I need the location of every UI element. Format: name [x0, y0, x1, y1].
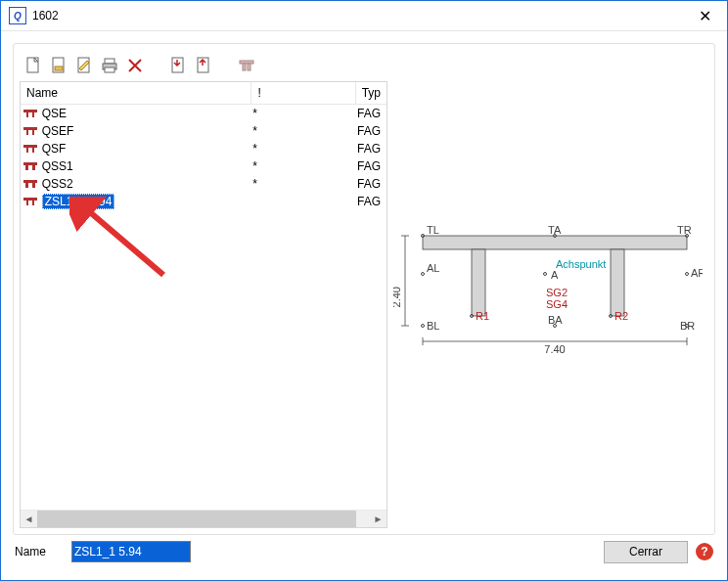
section-preview: 2.40	[393, 81, 708, 528]
app-icon: Q	[9, 7, 26, 24]
row-mark: *	[247, 159, 351, 173]
svg-point-42	[686, 273, 689, 276]
row-typ: FAG	[351, 124, 387, 138]
svg-text:A: A	[551, 269, 559, 281]
row-mark: *	[247, 177, 351, 191]
table-row[interactable]: QSE*FAG	[21, 105, 387, 122]
svg-point-40	[422, 273, 425, 276]
header-mark[interactable]: !	[251, 82, 355, 104]
svg-point-41	[544, 273, 547, 276]
svg-rect-36	[611, 249, 624, 316]
svg-text:R2: R2	[614, 310, 628, 322]
row-typ: FAG	[351, 107, 387, 120]
svg-rect-12	[23, 110, 37, 112]
name-label: Name	[15, 545, 64, 559]
header-typ[interactable]: Typ	[356, 82, 387, 104]
svg-rect-10	[243, 64, 246, 70]
svg-text:SG2: SG2	[546, 287, 568, 298]
svg-rect-4	[105, 59, 114, 64]
section-icon[interactable]	[235, 54, 258, 77]
name-input[interactable]	[71, 541, 191, 562]
svg-rect-27	[23, 198, 37, 201]
svg-text:AL: AL	[427, 262, 439, 274]
header-name[interactable]: Name	[21, 82, 251, 104]
dialog-window: Q 1602 ✕	[0, 0, 728, 581]
svg-text:TR: TR	[677, 224, 692, 236]
section-glyph-icon	[21, 143, 40, 155]
preview-panel: 2.40	[393, 81, 708, 528]
section-glyph-icon	[21, 108, 40, 119]
delete-icon[interactable]	[123, 54, 147, 77]
svg-point-43	[422, 325, 425, 328]
edit-icon[interactable]	[72, 54, 96, 77]
new-icon[interactable]	[22, 54, 45, 77]
table-row[interactable]: ZSL1_1 5.94FAG	[21, 193, 387, 210]
export-icon[interactable]	[192, 54, 215, 77]
svg-rect-34	[423, 236, 687, 249]
svg-rect-23	[32, 165, 35, 170]
section-glyph-icon	[21, 125, 40, 137]
row-name: QSF	[40, 142, 247, 156]
table-row[interactable]: QSS1*FAG	[21, 157, 387, 175]
content-area: Name ! Typ QSE*FAGQSEF*FAGQSF*FAGQSS1*FA…	[1, 31, 727, 580]
svg-rect-22	[25, 165, 28, 170]
svg-text:7.40: 7.40	[544, 343, 565, 355]
svg-rect-17	[32, 130, 34, 135]
svg-rect-21	[23, 162, 37, 165]
close-button[interactable]: ✕	[682, 1, 727, 30]
table-row[interactable]: QSEF*FAG	[21, 122, 387, 140]
svg-rect-6	[105, 67, 114, 72]
svg-rect-25	[25, 183, 28, 188]
new-folder-icon[interactable]	[47, 54, 70, 77]
svg-text:Achspunkt: Achspunkt	[556, 258, 606, 270]
row-mark: *	[247, 124, 351, 138]
scroll-right-icon[interactable]: ►	[370, 511, 387, 527]
svg-rect-28	[26, 201, 28, 205]
import-icon[interactable]	[166, 54, 190, 77]
svg-text:2.40: 2.40	[393, 287, 402, 307]
svg-text:BL: BL	[427, 320, 439, 332]
horizontal-scrollbar[interactable]: ◄ ►	[21, 510, 387, 527]
svg-text:SG4: SG4	[546, 298, 568, 310]
bottom-bar: Name Cerrar ?	[13, 535, 715, 568]
toolbar	[20, 50, 708, 81]
svg-text:BR: BR	[680, 320, 695, 332]
svg-rect-35	[472, 249, 485, 316]
svg-text:BA: BA	[548, 314, 563, 326]
svg-rect-14	[32, 112, 34, 117]
section-glyph-icon	[21, 178, 40, 190]
svg-rect-18	[23, 145, 37, 148]
svg-rect-26	[32, 183, 35, 188]
scroll-left-icon[interactable]: ◄	[21, 511, 37, 527]
window-title: 1602	[32, 9, 682, 22]
svg-rect-15	[23, 127, 37, 130]
svg-rect-11	[248, 64, 250, 70]
svg-rect-13	[26, 112, 28, 117]
close-dialog-button[interactable]: Cerrar	[604, 541, 688, 563]
svg-text:AR: AR	[691, 267, 703, 279]
svg-text:TL: TL	[427, 224, 439, 236]
svg-rect-24	[23, 180, 37, 183]
svg-text:TA: TA	[548, 224, 562, 236]
table-row[interactable]: QSS2*FAG	[21, 175, 387, 193]
print-icon[interactable]	[98, 54, 121, 77]
scroll-track[interactable]	[37, 511, 370, 527]
svg-text:R1: R1	[476, 310, 489, 322]
help-button[interactable]: ?	[696, 543, 713, 560]
row-typ: FAG	[351, 159, 387, 173]
svg-rect-20	[32, 148, 34, 153]
svg-rect-16	[26, 130, 28, 135]
title-bar: Q 1602 ✕	[1, 1, 727, 31]
table-row[interactable]: QSF*FAG	[21, 140, 387, 157]
scroll-thumb[interactable]	[37, 511, 356, 527]
list-header: Name ! Typ	[21, 82, 387, 105]
row-name: ZSL1_1 5.94	[40, 194, 247, 209]
section-glyph-icon	[21, 160, 40, 172]
row-typ: FAG	[351, 195, 387, 208]
svg-rect-19	[26, 148, 28, 153]
list-panel: Name ! Typ QSE*FAGQSEF*FAGQSF*FAGQSS1*FA…	[20, 81, 387, 528]
list-body[interactable]: QSE*FAGQSEF*FAGQSF*FAGQSS1*FAGQSS2*FAGZS…	[21, 105, 387, 510]
section-glyph-icon	[21, 196, 40, 207]
columns: Name ! Typ QSE*FAGQSEF*FAGQSF*FAGQSS1*FA…	[20, 81, 708, 528]
row-name: QSS2	[40, 177, 247, 191]
